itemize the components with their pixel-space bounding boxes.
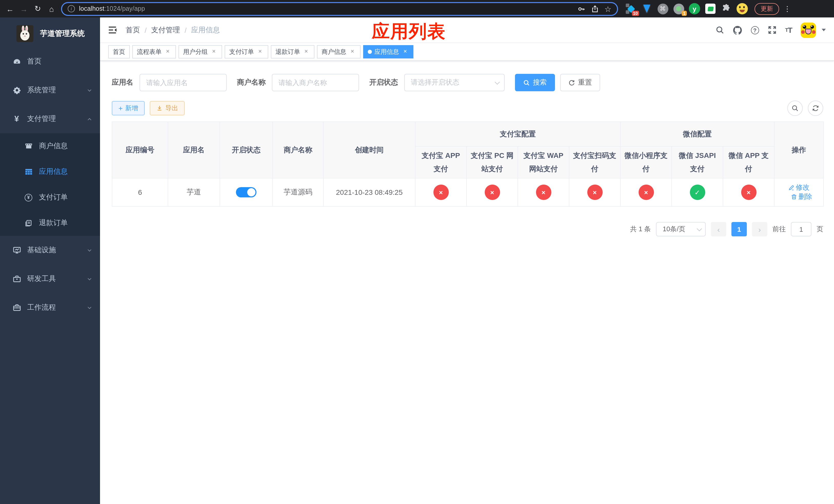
sidebar-item-refund-order[interactable]: 退款订单 bbox=[0, 210, 100, 236]
bookmark-star-icon[interactable]: ☆ bbox=[605, 5, 611, 13]
tab-app-info[interactable]: 应用信息× bbox=[363, 45, 413, 59]
extension-camera-icon[interactable]: 1 bbox=[673, 3, 684, 14]
toggle-search-button[interactable] bbox=[787, 100, 803, 116]
extension-diamond-icon[interactable]: 10 bbox=[625, 3, 637, 14]
extension-command-icon[interactable]: ⌘ bbox=[657, 3, 668, 14]
browser-reload-icon[interactable]: ↻ bbox=[31, 2, 45, 16]
extension-kite-icon[interactable] bbox=[641, 3, 653, 14]
breadcrumb-current: 应用信息 bbox=[191, 25, 220, 35]
app-name-input[interactable] bbox=[139, 74, 227, 91]
tab-refund-order[interactable]: 退款订单× bbox=[271, 45, 314, 59]
share-icon[interactable] bbox=[591, 5, 598, 13]
page-unit-label: 页 bbox=[816, 225, 823, 234]
sidebar-item-merchant-info[interactable]: 商户信息 bbox=[0, 133, 100, 159]
breadcrumb-separator: / bbox=[185, 26, 187, 34]
page-1-button[interactable]: 1 bbox=[731, 222, 747, 236]
browser-forward-icon[interactable]: → bbox=[17, 2, 31, 16]
tab-merchant-info[interactable]: 商户信息× bbox=[317, 45, 360, 59]
pay-circle-icon: ¥ bbox=[24, 193, 33, 201]
search-form: 应用名 商户名称 开启状态 请选择开启状态 bbox=[112, 74, 834, 91]
chevron-down-icon bbox=[697, 226, 702, 231]
browser-update-button[interactable]: 更新 bbox=[754, 3, 779, 15]
fullscreen-icon[interactable] bbox=[768, 26, 776, 35]
browser-back-icon[interactable]: ← bbox=[3, 2, 17, 16]
merchant-name-input[interactable] bbox=[272, 74, 359, 91]
close-icon[interactable]: × bbox=[402, 48, 409, 55]
breadcrumb-home[interactable]: 首页 bbox=[126, 25, 140, 35]
sidebar-item-payment[interactable]: ¥ 支付管理 bbox=[0, 105, 100, 133]
sidebar-collapse-icon[interactable] bbox=[108, 26, 118, 35]
sidebar-item-label: 应用信息 bbox=[39, 167, 68, 176]
font-size-icon[interactable]: TT bbox=[785, 26, 792, 35]
help-icon[interactable]: ? bbox=[751, 26, 759, 34]
total-count: 共 1 条 bbox=[630, 225, 651, 234]
site-info-icon[interactable]: i bbox=[68, 5, 75, 12]
sidebar-item-label: 研发工具 bbox=[27, 274, 56, 283]
col-created: 创建时间 bbox=[323, 122, 415, 178]
sidebar-item-system[interactable]: 系统管理 bbox=[0, 76, 100, 105]
add-button[interactable]: + 新增 bbox=[112, 101, 145, 115]
sidebar-item-workflow[interactable]: 工作流程 bbox=[0, 293, 100, 322]
sidebar-item-label: 工作流程 bbox=[27, 303, 56, 312]
close-icon[interactable]: × bbox=[210, 48, 218, 55]
url-text[interactable]: localhost:1024/pay/app bbox=[79, 5, 145, 12]
profile-avatar-icon[interactable] bbox=[737, 3, 748, 14]
tab-pay-order[interactable]: 支付订单× bbox=[225, 45, 268, 59]
chevron-up-icon bbox=[88, 118, 91, 121]
password-key-icon[interactable] bbox=[577, 5, 585, 13]
close-icon[interactable]: × bbox=[349, 48, 356, 55]
tab-flow-form[interactable]: 流程表单× bbox=[132, 45, 176, 59]
user-menu-caret-icon[interactable] bbox=[822, 29, 826, 31]
chevron-down-icon bbox=[88, 276, 91, 280]
col-actions: 操作 bbox=[774, 122, 824, 178]
col-alipay-qr: 支付宝扫码支付 bbox=[569, 146, 620, 178]
search-button[interactable]: 搜索 bbox=[515, 74, 555, 91]
extension-y-icon[interactable]: y bbox=[689, 3, 700, 14]
status-select[interactable]: 请选择开启状态 bbox=[404, 74, 505, 91]
sidebar-item-infrastructure[interactable]: 基础设施 bbox=[0, 236, 100, 265]
next-page-button[interactable]: › bbox=[752, 222, 767, 236]
tab-user-group[interactable]: 用户分组× bbox=[178, 45, 222, 59]
delete-link[interactable]: 删除 bbox=[791, 192, 812, 202]
browser-home-icon[interactable]: ⌂ bbox=[45, 2, 59, 16]
status-switch[interactable] bbox=[236, 187, 257, 198]
plus-icon: + bbox=[118, 104, 123, 112]
tab-home[interactable]: 首页 bbox=[108, 45, 130, 59]
col-wechat-mini: 微信小程序支付 bbox=[620, 146, 672, 178]
sidebar-item-app-info[interactable]: 应用信息 bbox=[0, 159, 100, 185]
reset-button[interactable]: 重置 bbox=[560, 74, 600, 91]
chevron-down-icon bbox=[495, 79, 500, 84]
sidebar-item-home[interactable]: 首页 bbox=[0, 47, 100, 76]
col-alipay-pc: 支付宝 PC 网站支付 bbox=[466, 146, 518, 178]
refresh-button[interactable] bbox=[808, 100, 823, 116]
sidebar: 芋道管理系统 首页 系统管理 ¥ 支付管理 bbox=[0, 18, 100, 504]
payment-submenu: 商户信息 应用信息 ¥ 支付订单 退款订单 bbox=[0, 133, 100, 236]
browser-menu-icon[interactable]: ⋮ bbox=[784, 5, 791, 13]
wechat-app-status-badge: × bbox=[741, 185, 756, 200]
close-icon[interactable]: × bbox=[257, 48, 264, 55]
sidebar-item-pay-order[interactable]: ¥ 支付订单 bbox=[0, 185, 100, 210]
close-icon[interactable]: × bbox=[164, 48, 171, 55]
address-bar[interactable]: i localhost:1024/pay/app ☆ bbox=[61, 2, 618, 16]
page-size-select[interactable]: 10条/页 bbox=[656, 222, 706, 236]
col-app-id: 应用编号 bbox=[112, 122, 168, 178]
table-row: 6 芋道 芋道源码 2021-10-23 08:49:25 × × × × × … bbox=[112, 178, 824, 206]
breadcrumb-payment[interactable]: 支付管理 bbox=[151, 25, 180, 35]
edit-link[interactable]: 修改 bbox=[788, 183, 810, 192]
extensions-puzzle-icon[interactable] bbox=[721, 3, 732, 14]
sidebar-item-label: 支付管理 bbox=[27, 114, 56, 123]
github-icon[interactable] bbox=[733, 25, 742, 35]
col-app-name: 应用名 bbox=[168, 122, 220, 178]
sidebar-item-label: 系统管理 bbox=[27, 86, 56, 95]
sidebar-item-devtools[interactable]: 研发工具 bbox=[0, 265, 100, 293]
grid-table-icon bbox=[24, 168, 33, 176]
header-search-icon[interactable] bbox=[715, 26, 724, 35]
sidebar-item-label: 商户信息 bbox=[39, 141, 68, 151]
export-button[interactable]: 导出 bbox=[150, 101, 185, 115]
goto-page-input[interactable] bbox=[791, 222, 811, 236]
close-icon[interactable]: × bbox=[303, 48, 310, 55]
prev-page-button[interactable]: ‹ bbox=[711, 222, 726, 236]
extension-chat-icon[interactable] bbox=[705, 3, 716, 14]
app-logo-row[interactable]: 芋道管理系统 bbox=[0, 20, 100, 47]
user-avatar[interactable] bbox=[801, 22, 816, 38]
